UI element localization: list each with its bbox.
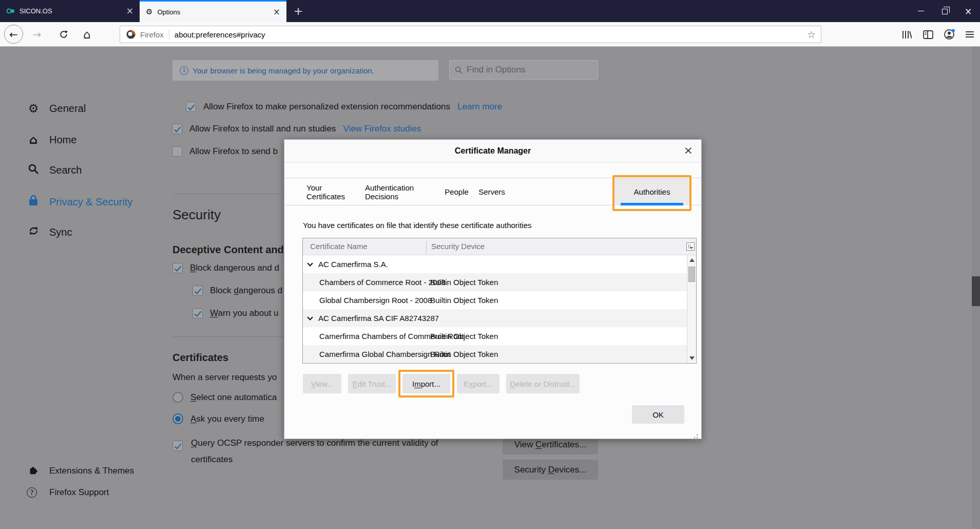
ocsp-label-line1: Query OCSP responder servers to confirm … [191,438,438,448]
menu-button[interactable] [961,22,978,47]
restore-button[interactable] [933,0,956,22]
import-button[interactable]: Import... [402,374,450,393]
close-window-button[interactable]: × [956,0,980,22]
sidebar-item-label: Sync [49,226,72,238]
dialog-description: You have certificates on file that ident… [303,221,532,230]
reload-button[interactable] [55,22,72,47]
sidebars-button[interactable] [919,22,937,47]
resize-grip[interactable] [697,434,698,436]
table-row[interactable]: Camerfirma Chambers of Commerce Root Bui… [303,327,687,345]
firefox-logo-icon [126,29,136,40]
page-scrollbar[interactable] [972,47,980,529]
learn-more-link[interactable]: Learn more [457,102,502,112]
sidebar-item-privacy-security[interactable]: Privacy & Security [27,195,132,209]
security-heading: Security [172,207,221,223]
tab-authentication-decisions[interactable]: Authentication Decisions [365,178,437,205]
checkbox-label: Block dangerous and d [190,263,279,273]
chevron-down-icon[interactable] [307,260,313,266]
reload-icon [59,30,68,39]
puzzle-icon [27,464,40,478]
sidebar-item-firefox-support[interactable]: ? Firefox Support [27,487,109,498]
table-row[interactable]: AC Camerfirma S.A. [303,255,687,273]
block-downloads-checkbox[interactable] [193,286,203,296]
urlbar-divider [169,29,169,40]
tab-servers[interactable]: Servers [478,178,505,205]
sidebar-item-search[interactable]: Search [27,163,82,177]
url-input[interactable] [175,30,807,39]
table-row[interactable]: Camerfirma Global Chambersign Root Built… [303,345,687,363]
column-divider[interactable] [426,241,427,253]
ocsp-checkbox[interactable] [172,441,183,451]
button-label: Export... [464,380,493,388]
warn-software-row: Warn you about u [193,308,279,318]
button-label: View... [311,380,334,388]
home-button[interactable]: ⌂ [78,22,95,47]
export-button[interactable]: Export... [457,374,499,393]
column-picker-icon[interactable] [686,242,695,251]
dialog-close-icon[interactable]: × [684,144,693,157]
new-tab-button[interactable]: + [286,0,310,22]
minimize-button[interactable] [909,0,933,22]
ask-every-time-row: Ask you every time [172,413,264,424]
recommend-extensions-checkbox[interactable] [186,102,196,112]
view-button[interactable]: View... [303,374,341,393]
url-bar[interactable]: Firefox ☆ [120,26,821,43]
ask-every-time-radio[interactable] [172,413,183,424]
sidebar-item-label: Firefox Support [49,487,109,498]
hamburger-icon [965,31,974,38]
send-checkbox[interactable] [172,146,182,157]
view-studies-link[interactable]: View Firefox studies [343,124,421,134]
scrollbar-thumb[interactable] [688,267,695,282]
page-scrollbar-thumb[interactable] [972,276,980,306]
tab-authorities[interactable]: Authorities [614,178,689,205]
tab-your-certificates[interactable]: Your Certificates [306,178,356,205]
gear-favicon: ⚙ [146,7,152,16]
sidebar-item-extensions-themes[interactable]: Extensions & Themes [27,464,134,478]
sidebar-item-general[interactable]: ⚙ General [27,102,86,115]
edit-trust-button[interactable]: Edit Trust... [348,374,396,393]
table-row[interactable]: AC Camerfirma SA CIF A82743287 [303,309,687,327]
sidebar-item-home[interactable]: ⌂ Home [27,133,76,146]
table-scrollbar[interactable] [687,255,696,363]
sync-icon [27,225,40,239]
tab-sicon-os[interactable]: SICON.OS × [0,0,140,22]
table-row[interactable]: Global Chambersign Root - 2008 Builtin O… [303,291,687,309]
forward-button[interactable]: → [29,22,45,47]
table-row[interactable]: Chambers of Commerce Root - 2008 Builtin… [303,273,687,291]
select-auto-radio[interactable] [172,392,183,403]
security-devices-button[interactable]: Security Devices... [503,460,598,480]
sidebar-item-label: Privacy & Security [49,196,132,208]
checkbox-label: Allow Firefox to make personalized exten… [203,102,450,112]
select-auto-row: Select one automatica [172,392,277,403]
install-studies-checkbox[interactable] [172,124,182,134]
checkbox-label: Block dangerous d [210,286,282,296]
scroll-up-icon[interactable] [689,258,695,262]
block-dangerous-checkbox[interactable] [172,263,183,273]
tab-options[interactable]: ⚙ Options × [140,0,286,22]
delete-or-distrust-button[interactable]: Delete or Distrust... [506,374,580,393]
block-downloads-row: Block dangerous d [193,286,282,296]
column-certificate-name[interactable]: Certificate Name [310,242,368,251]
minimize-icon [918,11,924,12]
find-in-options-input[interactable] [467,65,585,75]
managed-by-org-notice[interactable]: i Your browser is being managed by your … [172,60,438,81]
library-button[interactable] [898,22,915,47]
search-icon [27,163,40,177]
account-icon [944,29,955,40]
sidebar-item-sync[interactable]: Sync [27,225,72,239]
ok-button[interactable]: OK [632,405,684,424]
bookmark-star-icon[interactable]: ☆ [807,29,816,40]
warn-software-checkbox[interactable] [193,308,203,318]
back-button[interactable]: ← [4,25,23,44]
chevron-down-icon[interactable] [307,314,313,320]
column-security-device[interactable]: Security Device [431,242,485,251]
account-button[interactable] [940,22,958,47]
block-dangerous-row: Block dangerous and d [172,263,279,273]
scroll-down-icon[interactable] [689,356,695,360]
find-in-options[interactable] [449,60,598,80]
library-icon [901,30,912,40]
tab-close-icon[interactable]: × [126,7,133,15]
tab-close-icon[interactable]: × [273,8,280,16]
managed-notice-text[interactable]: Your browser is being managed by your or… [193,66,374,75]
tab-people[interactable]: People [444,178,469,205]
